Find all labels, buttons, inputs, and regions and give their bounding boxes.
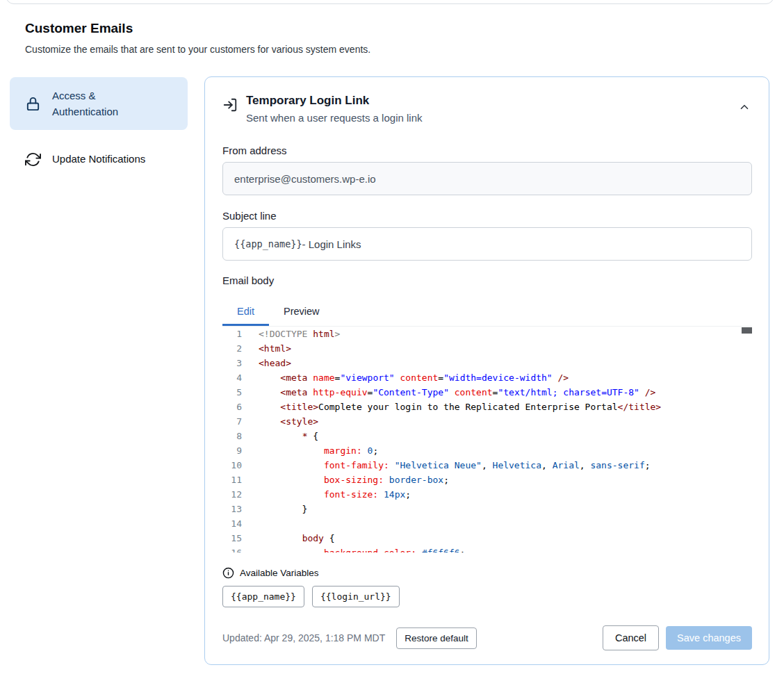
from-address-label: From address (222, 145, 752, 156)
code-line: 9 margin: 0; (222, 443, 752, 458)
code-line: 15 body { (222, 531, 752, 545)
from-address-input[interactable] (222, 162, 752, 195)
tab-edit[interactable]: Edit (222, 297, 269, 326)
subject-variable-token: {{app_name}} (234, 238, 302, 249)
code-line: 3<head> (222, 356, 752, 370)
card-header: Temporary Login Link Sent when a user re… (222, 94, 752, 124)
cancel-button[interactable]: Cancel (603, 625, 659, 650)
updated-timestamp: Updated: Apr 29, 2025, 1:18 PM MDT (222, 632, 385, 643)
code-line: 4 <meta name="viewport" content="width=d… (222, 370, 752, 385)
previous-card-bottom-edge (6, 0, 774, 4)
sidebar-item-label: Update Notifications (52, 151, 145, 167)
page-subtitle: Customize the emails that are sent to yo… (25, 44, 370, 55)
code-line: 8 * { (222, 429, 752, 443)
sidebar-item-access-authentication[interactable]: Access & Authentication (10, 77, 188, 130)
sidebar: Access & Authentication Update Notificat… (10, 77, 188, 179)
code-line: 6 <title>Complete your login to the Repl… (222, 400, 752, 414)
card-title: Temporary Login Link (246, 94, 422, 108)
card-header-text: Temporary Login Link Sent when a user re… (246, 94, 422, 124)
code-editor[interactable]: 1<!DOCTYPE html>2<html>3<head>4 <meta na… (222, 326, 752, 552)
refresh-icon (25, 151, 41, 167)
available-variables-label: Available Variables (240, 568, 319, 578)
card-footer: Updated: Apr 29, 2025, 1:18 PM MDT Resto… (222, 625, 752, 650)
lock-icon (25, 96, 41, 112)
code-line: 10 font-family: "Helvetica Neue", Helvet… (222, 458, 752, 473)
subject-line-label: Subject line (222, 210, 752, 222)
code-line: 14 (222, 516, 752, 531)
restore-default-button[interactable]: Restore default (396, 627, 477, 649)
code-line: 13 } (222, 502, 752, 516)
email-body-label: Email body (222, 274, 752, 286)
save-changes-button[interactable]: Save changes (666, 626, 752, 650)
sidebar-item-label: Access & Authentication (52, 88, 156, 120)
variable-chip-login-url[interactable]: {{login_url}} (312, 586, 400, 607)
sidebar-item-update-notifications[interactable]: Update Notifications (10, 140, 188, 179)
editor-tabs: Edit Preview (222, 297, 752, 326)
code-lines: 1<!DOCTYPE html>2<html>3<head>4 <meta na… (222, 327, 752, 552)
variable-chips: {{app_name}} {{login_url}} (222, 586, 752, 607)
collapse-button[interactable] (737, 99, 752, 117)
email-settings-card: Temporary Login Link Sent when a user re… (204, 76, 769, 665)
available-variables-row: Available Variables (222, 567, 752, 579)
code-line: 2<html> (222, 341, 752, 356)
login-icon (222, 97, 238, 113)
code-line: 11 box-sizing: border-box; (222, 473, 752, 487)
code-line: 12 font-size: 14px; (222, 487, 752, 502)
code-line: 1<!DOCTYPE html> (222, 327, 752, 341)
page-title: Customer Emails (25, 21, 370, 36)
variable-chip-app-name[interactable]: {{app_name}} (222, 586, 304, 607)
chevron-up-icon (738, 101, 751, 115)
code-line: 5 <meta http-equiv="Content-Type" conten… (222, 385, 752, 400)
card-subtitle: Sent when a user requests a login link (246, 112, 422, 124)
code-line: 16 background-color: #f6f6f6; (222, 545, 752, 552)
info-icon (222, 567, 234, 579)
tab-preview[interactable]: Preview (269, 297, 334, 326)
code-line: 7 <style> (222, 414, 752, 429)
page-header: Customer Emails Customize the emails tha… (25, 21, 370, 55)
subject-line-input[interactable]: {{app_name}} - Login Links (222, 227, 752, 261)
editor-scrollbar-thumb[interactable] (742, 327, 752, 334)
subject-text: - Login Links (302, 238, 361, 250)
